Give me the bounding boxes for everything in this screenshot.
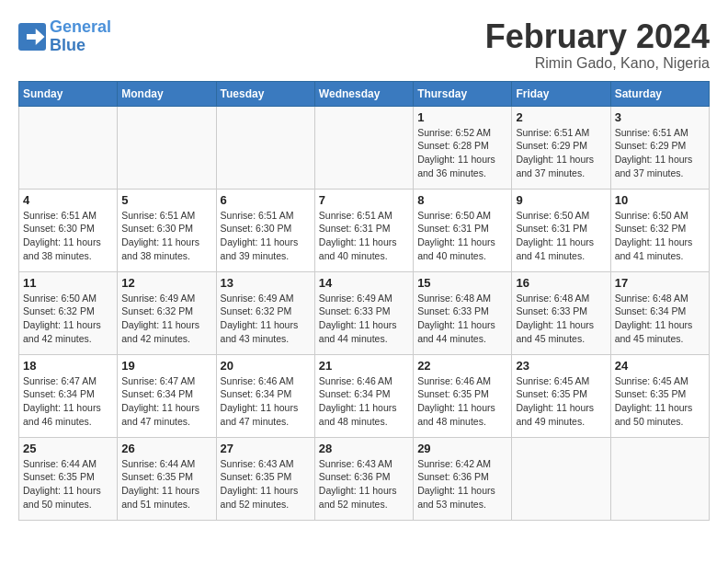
day-info: Sunrise: 6:46 AM Sunset: 6:34 PM Dayligh… [319, 374, 409, 429]
day-of-week-header: Thursday [414, 81, 512, 106]
calendar-cell: 23Sunrise: 6:45 AM Sunset: 6:35 PM Dayli… [512, 354, 610, 437]
calendar-cell: 27Sunrise: 6:43 AM Sunset: 6:35 PM Dayli… [216, 437, 314, 520]
calendar-week-row: 11Sunrise: 6:50 AM Sunset: 6:32 PM Dayli… [19, 271, 710, 354]
day-number: 3 [615, 110, 705, 124]
day-info: Sunrise: 6:48 AM Sunset: 6:33 PM Dayligh… [516, 292, 606, 346]
day-info: Sunrise: 6:48 AM Sunset: 6:33 PM Dayligh… [417, 292, 507, 346]
day-number: 4 [23, 193, 113, 207]
day-info: Sunrise: 6:42 AM Sunset: 6:36 PM Dayligh… [417, 457, 507, 511]
calendar-cell [512, 437, 610, 520]
day-number: 15 [417, 276, 507, 290]
day-number: 12 [121, 276, 211, 290]
day-number: 11 [23, 276, 113, 290]
calendar-cell: 15Sunrise: 6:48 AM Sunset: 6:33 PM Dayli… [414, 271, 512, 354]
day-info: Sunrise: 6:51 AM Sunset: 6:30 PM Dayligh… [23, 209, 113, 263]
day-number: 13 [221, 276, 311, 290]
day-number: 14 [319, 276, 409, 290]
day-number: 23 [516, 359, 606, 373]
day-info: Sunrise: 6:43 AM Sunset: 6:35 PM Dayligh… [221, 457, 311, 511]
calendar-cell: 2Sunrise: 6:51 AM Sunset: 6:29 PM Daylig… [512, 106, 610, 189]
day-number: 22 [417, 359, 507, 373]
calendar-cell: 26Sunrise: 6:44 AM Sunset: 6:35 PM Dayli… [118, 437, 216, 520]
day-info: Sunrise: 6:47 AM Sunset: 6:34 PM Dayligh… [23, 374, 113, 429]
calendar-week-row: 18Sunrise: 6:47 AM Sunset: 6:34 PM Dayli… [19, 354, 710, 437]
day-number: 10 [615, 193, 705, 207]
calendar-cell: 22Sunrise: 6:46 AM Sunset: 6:35 PM Dayli… [414, 354, 512, 437]
calendar-cell: 9Sunrise: 6:50 AM Sunset: 6:31 PM Daylig… [512, 189, 610, 271]
calendar-week-row: 1Sunrise: 6:52 AM Sunset: 6:28 PM Daylig… [19, 106, 710, 189]
day-number: 24 [615, 359, 705, 373]
day-of-week-header: Tuesday [216, 81, 314, 106]
day-number: 7 [319, 193, 409, 207]
day-number: 1 [417, 110, 507, 124]
day-info: Sunrise: 6:48 AM Sunset: 6:34 PM Dayligh… [615, 292, 705, 346]
calendar-cell [118, 106, 216, 189]
calendar-cell: 24Sunrise: 6:45 AM Sunset: 6:35 PM Dayli… [610, 354, 709, 437]
day-number: 17 [615, 276, 705, 290]
calendar-table: SundayMondayTuesdayWednesdayThursdayFrid… [18, 81, 710, 521]
location-subtitle: Rimin Gado, Kano, Nigeria [485, 55, 710, 72]
calendar-cell: 21Sunrise: 6:46 AM Sunset: 6:34 PM Dayli… [314, 354, 413, 437]
calendar-cell: 11Sunrise: 6:50 AM Sunset: 6:32 PM Dayli… [19, 271, 118, 354]
calendar-week-row: 4Sunrise: 6:51 AM Sunset: 6:30 PM Daylig… [19, 189, 710, 271]
day-info: Sunrise: 6:49 AM Sunset: 6:33 PM Dayligh… [319, 292, 409, 346]
calendar-cell: 5Sunrise: 6:51 AM Sunset: 6:30 PM Daylig… [118, 189, 216, 271]
day-info: Sunrise: 6:51 AM Sunset: 6:29 PM Dayligh… [615, 126, 705, 180]
day-number: 9 [516, 193, 606, 207]
calendar-cell: 20Sunrise: 6:46 AM Sunset: 6:34 PM Dayli… [216, 354, 314, 437]
day-number: 6 [221, 193, 311, 207]
day-number: 5 [121, 193, 211, 207]
calendar-cell: 3Sunrise: 6:51 AM Sunset: 6:29 PM Daylig… [610, 106, 709, 189]
day-number: 2 [516, 110, 606, 124]
month-year-title: February 2024 [485, 18, 710, 55]
day-info: Sunrise: 6:51 AM Sunset: 6:30 PM Dayligh… [221, 209, 311, 263]
day-info: Sunrise: 6:44 AM Sunset: 6:35 PM Dayligh… [121, 457, 211, 511]
calendar-body: 1Sunrise: 6:52 AM Sunset: 6:28 PM Daylig… [19, 106, 710, 520]
day-info: Sunrise: 6:46 AM Sunset: 6:35 PM Dayligh… [417, 374, 507, 429]
day-number: 27 [221, 442, 311, 455]
day-number: 26 [121, 442, 211, 455]
day-number: 16 [516, 276, 606, 290]
day-of-week-header: Sunday [19, 81, 118, 106]
calendar-cell: 19Sunrise: 6:47 AM Sunset: 6:34 PM Dayli… [118, 354, 216, 437]
calendar-cell: 29Sunrise: 6:42 AM Sunset: 6:36 PM Dayli… [414, 437, 512, 520]
day-number: 28 [319, 442, 409, 455]
logo: General Blue [18, 18, 111, 55]
day-number: 18 [23, 359, 113, 373]
calendar-cell: 17Sunrise: 6:48 AM Sunset: 6:34 PM Dayli… [610, 271, 709, 354]
calendar-cell: 7Sunrise: 6:51 AM Sunset: 6:31 PM Daylig… [314, 189, 413, 271]
day-info: Sunrise: 6:43 AM Sunset: 6:36 PM Dayligh… [319, 457, 409, 511]
day-info: Sunrise: 6:51 AM Sunset: 6:29 PM Dayligh… [516, 126, 606, 180]
calendar-header-row: SundayMondayTuesdayWednesdayThursdayFrid… [19, 81, 710, 106]
day-info: Sunrise: 6:44 AM Sunset: 6:35 PM Dayligh… [23, 457, 113, 511]
calendar-cell: 8Sunrise: 6:50 AM Sunset: 6:31 PM Daylig… [414, 189, 512, 271]
header: General Blue February 2024 Rimin Gado, K… [18, 18, 710, 72]
day-info: Sunrise: 6:49 AM Sunset: 6:32 PM Dayligh… [221, 292, 311, 346]
logo-icon [18, 23, 46, 51]
calendar-cell: 18Sunrise: 6:47 AM Sunset: 6:34 PM Dayli… [19, 354, 118, 437]
calendar-cell: 28Sunrise: 6:43 AM Sunset: 6:36 PM Dayli… [314, 437, 413, 520]
calendar-cell: 25Sunrise: 6:44 AM Sunset: 6:35 PM Dayli… [19, 437, 118, 520]
day-info: Sunrise: 6:46 AM Sunset: 6:34 PM Dayligh… [221, 374, 311, 429]
day-number: 21 [319, 359, 409, 373]
day-info: Sunrise: 6:52 AM Sunset: 6:28 PM Dayligh… [417, 126, 507, 180]
calendar-cell: 13Sunrise: 6:49 AM Sunset: 6:32 PM Dayli… [216, 271, 314, 354]
calendar-cell: 16Sunrise: 6:48 AM Sunset: 6:33 PM Dayli… [512, 271, 610, 354]
day-info: Sunrise: 6:51 AM Sunset: 6:31 PM Dayligh… [319, 209, 409, 263]
day-of-week-header: Monday [118, 81, 216, 106]
title-area: February 2024 Rimin Gado, Kano, Nigeria [485, 18, 710, 72]
calendar-cell: 10Sunrise: 6:50 AM Sunset: 6:32 PM Dayli… [610, 189, 709, 271]
calendar-cell: 1Sunrise: 6:52 AM Sunset: 6:28 PM Daylig… [414, 106, 512, 189]
day-info: Sunrise: 6:50 AM Sunset: 6:31 PM Dayligh… [417, 209, 507, 263]
day-info: Sunrise: 6:50 AM Sunset: 6:32 PM Dayligh… [615, 209, 705, 263]
logo-text: General Blue [50, 18, 111, 55]
calendar-cell [216, 106, 314, 189]
day-info: Sunrise: 6:45 AM Sunset: 6:35 PM Dayligh… [516, 374, 606, 429]
calendar-cell [610, 437, 709, 520]
day-info: Sunrise: 6:45 AM Sunset: 6:35 PM Dayligh… [615, 374, 705, 429]
day-number: 20 [221, 359, 311, 373]
calendar-week-row: 25Sunrise: 6:44 AM Sunset: 6:35 PM Dayli… [19, 437, 710, 520]
day-number: 29 [417, 442, 507, 455]
calendar-cell: 6Sunrise: 6:51 AM Sunset: 6:30 PM Daylig… [216, 189, 314, 271]
day-of-week-header: Wednesday [314, 81, 413, 106]
